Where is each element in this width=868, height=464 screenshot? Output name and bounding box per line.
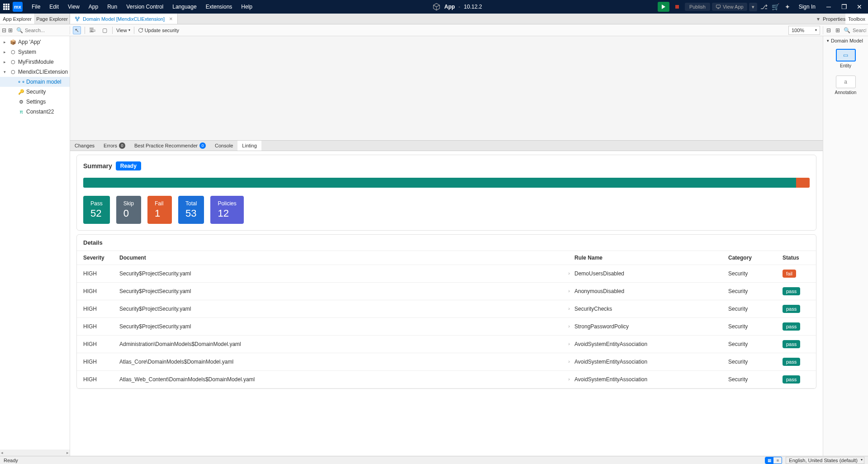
- cell-severity: HIGH: [83, 288, 119, 294]
- expand-right-button[interactable]: ⊞: [834, 26, 841, 34]
- svg-point-3: [77, 19, 78, 21]
- entity-tool-button[interactable]: ▭: [89, 26, 97, 34]
- table-row[interactable]: HIGHSecurity$ProjectSecurity.yaml›Strong…: [77, 318, 816, 336]
- cell-status: pass: [783, 358, 810, 366]
- view-toggle-list[interactable]: ≡: [773, 457, 782, 464]
- menu-edit[interactable]: Edit: [45, 0, 63, 14]
- window-minimize-button[interactable]: ─: [822, 0, 835, 14]
- menu-language[interactable]: Language: [168, 0, 201, 14]
- view-dropdown[interactable]: View ▾: [116, 28, 130, 33]
- window-close-button[interactable]: ✕: [853, 0, 866, 14]
- tree-system[interactable]: ▸ ⬡ System: [0, 47, 70, 57]
- tab-overflow-dropdown[interactable]: ▾: [814, 14, 823, 24]
- menu-app[interactable]: App: [84, 0, 103, 14]
- view-toggle[interactable]: ▦ ≡: [765, 457, 782, 464]
- close-tab-button[interactable]: ×: [169, 15, 173, 22]
- annotation-tool-button[interactable]: ▢: [100, 26, 109, 34]
- cell-rule: StrongPasswordPolicy: [574, 323, 728, 330]
- cell-rule: AnonymousDisabled: [574, 288, 728, 294]
- tab-toolbox[interactable]: Toolbox: [845, 14, 868, 24]
- collapse-button[interactable]: ⊟: [2, 26, 6, 34]
- table-row[interactable]: HIGHSecurity$ProjectSecurity.yaml›Securi…: [77, 300, 816, 318]
- stat-skip: Skip0: [116, 196, 141, 224]
- menu-file[interactable]: File: [27, 0, 45, 14]
- view-toggle-grid[interactable]: ▦: [765, 457, 773, 464]
- toolbox-annotation[interactable]: a Annotation: [823, 72, 868, 99]
- status-chip: pass: [783, 322, 800, 331]
- summary-title: Summary: [83, 162, 112, 170]
- menu-version-control[interactable]: Version Control: [122, 0, 168, 14]
- module-icon: ⬡: [10, 69, 16, 75]
- pointer-tool-button[interactable]: ↖: [73, 26, 81, 34]
- table-row[interactable]: HIGHSecurity$ProjectSecurity.yaml›DemoUs…: [77, 265, 816, 283]
- scroll-right-icon[interactable]: ▸: [66, 450, 69, 455]
- btab-bpr[interactable]: Best Practice Recommender 0: [130, 141, 210, 151]
- update-security-button[interactable]: Update security: [138, 28, 179, 33]
- chevron-right-icon[interactable]: ›: [568, 323, 570, 329]
- table-row[interactable]: HIGHAdministration\DomainModels$DomainMo…: [77, 336, 816, 353]
- titlebar-center: App - 10.12.2: [257, 3, 658, 11]
- toolbox-section-domain-model[interactable]: ▾ Domain Model: [823, 36, 868, 45]
- git-icon[interactable]: ⎇: [759, 2, 769, 12]
- scroll-left-icon[interactable]: ◂: [1, 450, 3, 455]
- cell-status: fail: [783, 270, 810, 278]
- doc-tab-domain-model[interactable]: Domain Model [MendixCLIExtension] ×: [70, 14, 178, 24]
- tree-settings[interactable]: ⚙ Settings: [0, 97, 70, 107]
- btab-errors[interactable]: Errors 0: [99, 141, 130, 151]
- sign-in-button[interactable]: Sign In: [794, 4, 820, 10]
- table-row[interactable]: HIGHSecurity$ProjectSecurity.yaml›Anonym…: [77, 283, 816, 300]
- menu-run[interactable]: Run: [103, 0, 122, 14]
- view-app-button[interactable]: View App: [712, 3, 747, 11]
- tab-page-explorer[interactable]: Page Explorer: [35, 14, 70, 24]
- zoom-dropdown[interactable]: 100%▾: [788, 26, 820, 35]
- tree-security[interactable]: 🔑 Security: [0, 87, 70, 97]
- cell-category: Security: [728, 359, 783, 365]
- domain-model-canvas[interactable]: [70, 36, 823, 140]
- expand-button[interactable]: ⊞: [8, 26, 13, 34]
- tree-domain-model[interactable]: ⚬⚬ Domain model: [0, 77, 70, 87]
- tab-app-explorer[interactable]: App Explorer: [0, 14, 35, 24]
- table-row[interactable]: HIGHAtlas_Web_Content\DomainModels$Domai…: [77, 371, 816, 388]
- chevron-right-icon[interactable]: ›: [568, 341, 570, 346]
- left-scrollbar-horizontal[interactable]: ◂ ▸: [0, 450, 70, 456]
- chevron-right-icon: ▸: [4, 50, 8, 54]
- chevron-right-icon[interactable]: ›: [568, 359, 570, 364]
- chevron-right-icon[interactable]: ›: [568, 376, 570, 382]
- btab-linting[interactable]: Linting: [237, 141, 261, 151]
- cart-icon[interactable]: 🛒: [771, 2, 781, 12]
- window-maximize-button[interactable]: ❐: [837, 0, 851, 14]
- chevron-right-icon[interactable]: ›: [568, 288, 570, 294]
- publish-button[interactable]: Publish: [685, 3, 710, 11]
- btab-console[interactable]: Console: [210, 141, 237, 151]
- menu-extensions[interactable]: Extensions: [201, 0, 237, 14]
- tree-myfirstmodule[interactable]: ▸ ⬡ MyFirstModule: [0, 57, 70, 67]
- details-title: Details: [77, 235, 816, 251]
- stop-icon: [675, 5, 679, 9]
- language-dropdown[interactable]: English, United States (default): [786, 457, 864, 464]
- tree-mendixcliextension[interactable]: ▾ ⬡ MendixCLIExtension: [0, 67, 70, 77]
- tree-constant22[interactable]: π Constant22: [0, 107, 70, 117]
- status-chip: pass: [783, 358, 800, 366]
- cell-category: Security: [728, 270, 783, 277]
- cell-category: Security: [728, 288, 783, 294]
- chevron-right-icon[interactable]: ›: [568, 270, 570, 276]
- stop-button[interactable]: [671, 2, 683, 12]
- app-name-label: App: [444, 4, 455, 10]
- toolbox-panel: ▾ Domain Model ▭ Entity a Annotation: [823, 36, 868, 456]
- tree-app-root[interactable]: ▸ 📦 App 'App': [0, 37, 70, 47]
- tab-properties[interactable]: Properties: [823, 14, 845, 24]
- linting-panel[interactable]: Summary Ready Pass52 Skip0 F: [70, 151, 823, 456]
- menu-view[interactable]: View: [63, 0, 84, 14]
- col-rule-name: Rule Name: [574, 255, 728, 261]
- run-button[interactable]: [658, 2, 669, 12]
- right-search-input[interactable]: [853, 28, 866, 33]
- table-row[interactable]: HIGHAtlas_Core\DomainModels$DomainModel.…: [77, 353, 816, 371]
- sparkle-icon[interactable]: ✦: [783, 2, 792, 12]
- collapse-right-button[interactable]: ⊟: [825, 26, 832, 34]
- menu-help[interactable]: Help: [237, 0, 257, 14]
- app-grid-icon[interactable]: [2, 2, 11, 11]
- toolbox-entity[interactable]: ▭ Entity: [823, 45, 868, 72]
- btab-changes[interactable]: Changes: [70, 141, 99, 151]
- chevron-right-icon[interactable]: ›: [568, 306, 570, 311]
- view-app-dropdown[interactable]: ▾: [749, 3, 757, 11]
